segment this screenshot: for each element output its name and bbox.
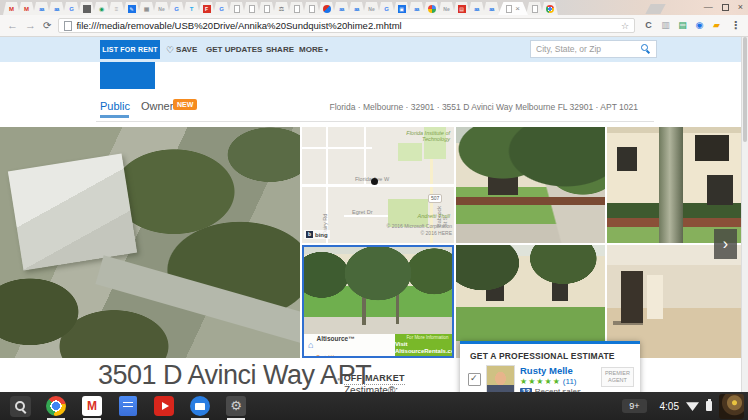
list-for-rent-button[interactable]: LIST FOR RENT bbox=[100, 40, 160, 59]
tab-close-icon[interactable]: × bbox=[515, 4, 520, 14]
blue-text-favicon-icon: aa bbox=[353, 5, 361, 13]
new-tab-button[interactable] bbox=[645, 4, 665, 14]
browser-tab[interactable]: Ne bbox=[363, 2, 380, 15]
browser-tab[interactable]: ◉ bbox=[93, 2, 110, 15]
browser-tab[interactable]: Ne bbox=[438, 2, 455, 15]
star-rating-icon: ★★★★★ bbox=[520, 377, 561, 387]
blue-text-favicon-icon: aa bbox=[413, 5, 421, 13]
browser-tab[interactable] bbox=[228, 2, 245, 15]
gallery-next-button[interactable]: › bbox=[714, 229, 737, 259]
browser-tab[interactable] bbox=[318, 2, 335, 15]
browser-tab[interactable]: G bbox=[213, 2, 230, 15]
back-icon[interactable]: ← bbox=[7, 20, 18, 31]
browser-tab[interactable] bbox=[78, 2, 95, 15]
browser-tab[interactable] bbox=[258, 2, 275, 15]
grey-box-extension-icon[interactable]: ▥ bbox=[659, 19, 672, 32]
browser-tab[interactable]: G bbox=[378, 2, 395, 15]
green-sheet-extension-icon[interactable]: ▤ bbox=[676, 19, 689, 32]
browser-tab[interactable]: G bbox=[168, 2, 185, 15]
address-bar[interactable]: file:///media/removable/USB%20Drive/Anni… bbox=[58, 18, 635, 33]
browser-tab[interactable]: ✎ bbox=[123, 2, 140, 15]
map-thumbnail[interactable]: Florida Institute of Technology Florida … bbox=[302, 127, 454, 243]
search-icon[interactable] bbox=[641, 44, 651, 54]
search-input[interactable] bbox=[536, 44, 638, 54]
wifi-icon bbox=[686, 401, 699, 411]
browser-tab[interactable] bbox=[303, 2, 320, 15]
blue-circle-extension-icon[interactable]: ◉ bbox=[693, 19, 706, 32]
minimize-button[interactable]: — bbox=[704, 1, 713, 13]
photo-aerial-view[interactable] bbox=[0, 127, 300, 358]
close-icon[interactable]: × bbox=[738, 1, 743, 13]
gmail-m-favicon-icon: M bbox=[8, 5, 16, 13]
review-count-link[interactable]: (11) bbox=[563, 377, 577, 387]
browser-tab[interactable]: aa bbox=[408, 2, 425, 15]
user-avatar[interactable] bbox=[719, 394, 744, 419]
browser-tab[interactable]: aa bbox=[33, 2, 50, 15]
notification-badge[interactable]: 9+ bbox=[622, 399, 646, 413]
browser-tab[interactable] bbox=[541, 2, 558, 15]
shelf-settings-button[interactable] bbox=[224, 392, 248, 420]
house-icon: ⌂ bbox=[308, 340, 313, 350]
bing-logo: b bing bbox=[304, 230, 330, 239]
shelf-files-button[interactable] bbox=[188, 392, 212, 420]
photo-building-balcony[interactable] bbox=[607, 127, 743, 243]
refresh-icon[interactable]: ⟳ bbox=[43, 20, 51, 31]
save-button[interactable]: ♡ SAVE bbox=[166, 37, 197, 62]
shelf-youtube-button[interactable] bbox=[152, 392, 176, 420]
browser-tab[interactable]: ▦ bbox=[138, 2, 155, 15]
tab-public[interactable]: Public bbox=[100, 100, 130, 112]
page-scrollbar[interactable] bbox=[741, 37, 748, 392]
browser-tab[interactable]: M bbox=[18, 2, 35, 15]
browser-tab[interactable]: aa bbox=[333, 2, 350, 15]
browser-tab[interactable]: aa bbox=[483, 2, 500, 15]
browser-tab[interactable]: aa bbox=[48, 2, 65, 15]
agent-name-link[interactable]: Rusty Melle bbox=[520, 365, 581, 377]
shelf-gmail-button[interactable] bbox=[80, 392, 104, 420]
altisource-brand: Altisource™ bbox=[316, 335, 354, 342]
shelf-docs-button[interactable] bbox=[116, 392, 140, 420]
list-for-rent-dropdown[interactable] bbox=[100, 62, 155, 89]
status-tray[interactable]: 9+ 4:05 bbox=[622, 392, 744, 420]
agent-checkbox[interactable] bbox=[468, 373, 481, 386]
breadcrumb[interactable]: Florida · Melbourne · 32901 · 3551 D Avi… bbox=[329, 102, 638, 112]
browser-tab[interactable]: Ne bbox=[153, 2, 170, 15]
more-menu-button[interactable]: MORE ▾ bbox=[299, 37, 328, 62]
share-button[interactable]: SHARE bbox=[266, 37, 294, 62]
url-text[interactable]: file:///media/removable/USB%20Drive/Anni… bbox=[76, 20, 401, 31]
browser-tab[interactable]: aa bbox=[468, 2, 485, 15]
get-updates-button[interactable]: GET UPDATES bbox=[206, 37, 262, 62]
yellow-folder-extension-icon[interactable]: ▰ bbox=[710, 19, 723, 32]
green-circle-favicon-icon: ◉ bbox=[98, 5, 106, 13]
browser-tab[interactable] bbox=[243, 2, 260, 15]
forward-icon[interactable]: → bbox=[25, 20, 36, 31]
blue-text-favicon-icon: aa bbox=[473, 5, 481, 13]
browser-menu-icon[interactable]: ⋮ bbox=[730, 19, 741, 32]
browser-tab-active[interactable]: × bbox=[498, 2, 528, 15]
browser-tab[interactable]: ⚖ bbox=[273, 2, 290, 15]
location-search-box[interactable] bbox=[530, 40, 657, 58]
browser-tab[interactable] bbox=[423, 2, 440, 15]
browser-tab[interactable]: aa bbox=[348, 2, 365, 15]
photo-altisource-selected[interactable]: ⌂ Altisource™ Rental Homes For More Info… bbox=[302, 245, 454, 358]
tab-owner[interactable]: Owner bbox=[141, 100, 173, 112]
save-label: SAVE bbox=[176, 45, 197, 54]
c-letter-extension-icon[interactable]: C bbox=[642, 19, 655, 32]
map-label-institute: Florida Institute of Technology bbox=[394, 130, 450, 143]
browser-tab[interactable]: M bbox=[3, 2, 20, 15]
blue-text-favicon-icon: aa bbox=[38, 5, 46, 13]
browser-tab[interactable] bbox=[288, 2, 305, 15]
shelf-chrome-button[interactable] bbox=[44, 392, 68, 420]
browser-tab[interactable]: ▣ bbox=[393, 2, 410, 15]
map-marker-dot bbox=[371, 178, 378, 185]
browser-tab[interactable] bbox=[526, 2, 543, 15]
browser-tab[interactable]: ▤ bbox=[453, 2, 470, 15]
photo-building-entrance[interactable] bbox=[456, 127, 605, 243]
browser-tab[interactable]: F bbox=[198, 2, 215, 15]
browser-tab[interactable]: G bbox=[63, 2, 80, 15]
shelf-launcher-button[interactable] bbox=[8, 392, 32, 420]
scrollbar-thumb[interactable] bbox=[743, 37, 747, 142]
bookmark-star-icon[interactable]: ☆ bbox=[621, 21, 629, 31]
browser-tab[interactable]: T bbox=[183, 2, 200, 15]
restore-icon[interactable] bbox=[722, 4, 729, 11]
browser-tab[interactable]: ≡ bbox=[108, 2, 125, 15]
